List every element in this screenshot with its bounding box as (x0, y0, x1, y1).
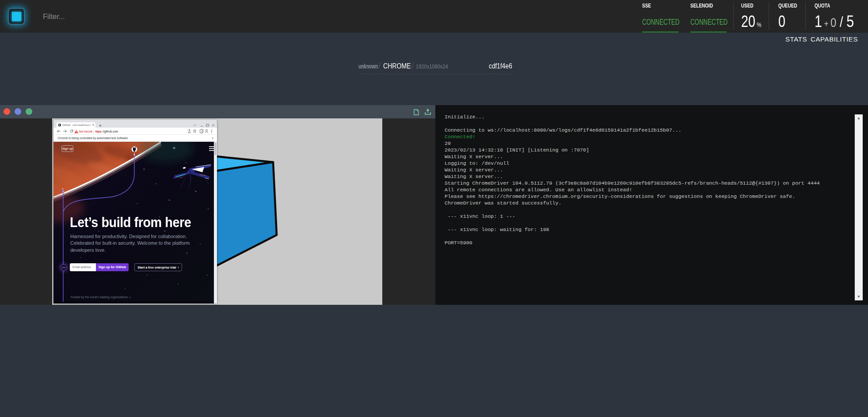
svg-text:Not secure: Not secure (79, 130, 93, 133)
svg-text:https: https (95, 130, 102, 133)
svg-text:Sign up: Sign up (62, 147, 73, 151)
svg-text:://github.com: ://github.com (102, 130, 118, 133)
